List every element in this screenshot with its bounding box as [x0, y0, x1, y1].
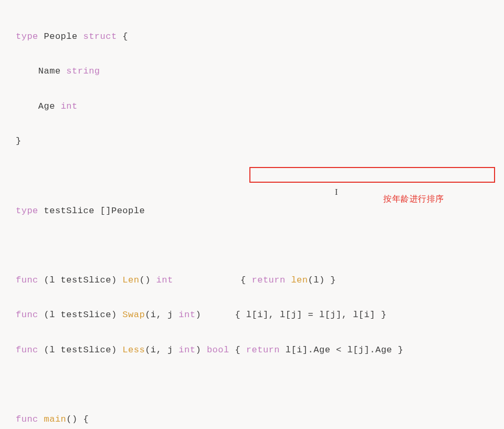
brace: } — [381, 310, 387, 320]
brace: { — [235, 345, 240, 355]
swap-body: l[i], l[j] = l[j], l[i] — [246, 310, 375, 320]
return-type: int — [156, 275, 173, 285]
keyword-return: return — [246, 345, 280, 355]
code-line-11 — [16, 376, 488, 393]
receiver: (l testSlice) — [44, 345, 117, 355]
field-name: Name — [38, 66, 61, 76]
paren-open: ( — [145, 345, 151, 355]
text-cursor-icon: I — [335, 184, 338, 200]
comma: , — [156, 345, 167, 355]
keyword-struct: struct — [83, 32, 117, 41]
receiver: (l testSlice) — [44, 310, 117, 320]
func-name: Swap — [122, 310, 145, 320]
param: i — [151, 310, 156, 320]
field-name: Age — [38, 101, 55, 111]
func-name: Less — [122, 345, 145, 355]
brace: { — [240, 275, 246, 285]
paren-close: ) — [195, 310, 201, 320]
code-line-12: func main() { — [16, 411, 488, 428]
brace: { — [235, 310, 240, 320]
keyword-func: func — [16, 310, 38, 320]
return-type: bool — [207, 345, 229, 355]
keyword-type: type — [16, 32, 38, 41]
field-type: string — [66, 66, 100, 76]
annotation-label: 按年龄进行排序 — [383, 191, 444, 207]
code-line-5 — [16, 167, 488, 184]
params: () — [139, 275, 150, 285]
params: () — [66, 414, 77, 424]
code-line-10: func (l testSlice) Less(i, j int) bool {… — [16, 341, 488, 359]
param: j — [167, 345, 173, 355]
code-line-7 — [16, 237, 488, 254]
code-line-2: Name string — [16, 62, 488, 80]
receiver: (l testSlice) — [44, 275, 117, 285]
type-ref: []People — [100, 206, 145, 216]
param: j — [167, 310, 173, 320]
paren-close: ) — [195, 345, 201, 355]
param-type: int — [173, 310, 196, 320]
paren-open: ( — [145, 310, 151, 320]
param-type: int — [173, 345, 196, 355]
keyword-return: return — [252, 275, 286, 285]
keyword-type: type — [16, 206, 38, 216]
keyword-func: func — [16, 414, 38, 424]
brace: } — [398, 345, 404, 355]
code-line-3: Age int — [16, 98, 488, 115]
brace: } — [16, 136, 22, 146]
keyword-func: func — [16, 345, 38, 355]
type-name: testSlice — [44, 206, 94, 216]
code-line-1: type People struct { — [16, 28, 488, 45]
field-type: int — [61, 101, 78, 111]
code-line-4: } — [16, 132, 488, 150]
type-name: People — [44, 32, 78, 41]
func-name: Len — [122, 275, 139, 285]
param: i — [151, 345, 156, 355]
func-name: main — [44, 414, 67, 424]
brace: { — [83, 414, 89, 424]
comma: , — [156, 310, 167, 320]
brace: { — [122, 32, 128, 41]
builtin-call: len — [291, 275, 308, 285]
code-line-9: func (l testSlice) Swap(i, j int) { l[i]… — [16, 306, 488, 323]
less-expr: l[i].Age < l[j].Age — [280, 345, 398, 355]
brace: } — [330, 275, 336, 285]
keyword-func: func — [16, 275, 38, 285]
code-block: type People struct { Name string Age int… — [16, 11, 488, 429]
code-line-8: func (l testSlice) Len() int { return le… — [16, 271, 488, 289]
call-args: (l) — [308, 275, 325, 285]
